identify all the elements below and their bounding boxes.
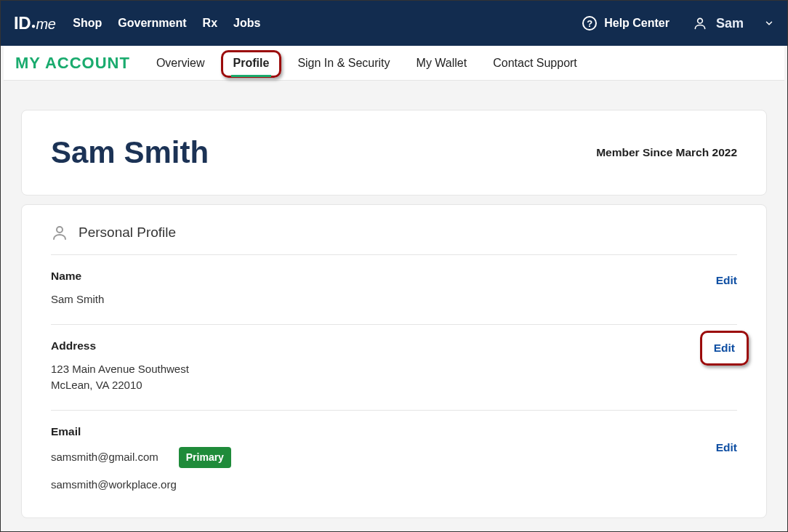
primary-badge: Primary [179, 447, 231, 468]
field-row-name: Name Sam Smith Edit [51, 255, 737, 325]
field-label-name: Name [51, 270, 716, 283]
page-title: Sam Smith [51, 135, 209, 170]
email-address-1: samsmith@workplace.org [51, 477, 177, 493]
field-value-address: 123 Main Avenue Southwest McLean, VA 220… [51, 361, 712, 394]
address-line1: 123 Main Avenue Southwest [51, 361, 712, 378]
subnav-title: MY ACCOUNT [15, 54, 130, 73]
help-icon: ? [582, 16, 597, 31]
field-value-email: samsmith@gmail.com Primary samsmith@work… [51, 447, 716, 493]
field-value-name: Sam Smith [51, 291, 716, 308]
nav-link-jobs[interactable]: Jobs [233, 17, 260, 30]
member-since: Member Since March 2022 [596, 146, 737, 159]
section-title: Personal Profile [79, 225, 176, 241]
tabs: Overview Profile Sign In & Security My W… [156, 46, 577, 80]
name-card: Sam Smith Member Since March 2022 [21, 110, 767, 196]
tab-contact-support[interactable]: Contact Support [493, 46, 577, 80]
edit-address-highlight: Edit [700, 331, 749, 366]
field-content-name: Name Sam Smith [51, 270, 716, 308]
page: Sam Smith Member Since March 2022 Person… [1, 81, 787, 518]
edit-name-link[interactable]: Edit [716, 274, 737, 287]
svg-point-0 [698, 18, 703, 23]
nav-link-government[interactable]: Government [118, 17, 186, 30]
user-name: Sam [716, 16, 744, 31]
user-icon [693, 16, 707, 31]
field-row-email: Email samsmith@gmail.com Primary samsmit… [51, 411, 737, 496]
address-line2: McLean, VA 22010 [51, 377, 712, 394]
nav-link-shop[interactable]: Shop [73, 17, 102, 30]
tab-profile[interactable]: Profile [231, 46, 272, 80]
sub-nav: MY ACCOUNT Overview Profile Sign In & Se… [4, 46, 784, 81]
field-row-address: Address 123 Main Avenue Southwest McLean… [51, 325, 737, 411]
help-center-label: Help Center [604, 17, 670, 30]
field-label-email: Email [51, 425, 716, 438]
field-content-email: Email samsmith@gmail.com Primary samsmit… [51, 425, 716, 493]
svg-point-1 [57, 227, 63, 233]
email-row-secondary: samsmith@workplace.org [51, 477, 716, 493]
top-nav: ID●me Shop Government Rx Jobs ? Help Cen… [1, 1, 787, 46]
nav-link-rx[interactable]: Rx [203, 17, 217, 30]
field-content-address: Address 123 Main Avenue Southwest McLean… [51, 339, 712, 394]
tab-overview[interactable]: Overview [156, 46, 205, 80]
field-label-address: Address [51, 339, 712, 352]
logo-dot: ● [31, 22, 36, 30]
edit-address-link[interactable]: Edit [714, 342, 735, 354]
tab-signin-security[interactable]: Sign In & Security [297, 46, 390, 80]
logo[interactable]: ID●me [14, 13, 55, 33]
user-menu[interactable]: Sam [693, 16, 774, 31]
chevron-down-icon [764, 18, 774, 28]
email-row-primary: samsmith@gmail.com Primary [51, 447, 716, 468]
profile-card: Personal Profile Name Sam Smith Edit Add… [21, 204, 767, 518]
person-icon [51, 224, 68, 241]
help-center-link[interactable]: ? Help Center [582, 16, 670, 31]
edit-email-link[interactable]: Edit [716, 441, 737, 454]
tab-profile-highlight: Profile [221, 50, 282, 78]
email-address-0: samsmith@gmail.com [51, 449, 158, 466]
tab-profile-label: Profile [233, 57, 270, 69]
section-header: Personal Profile [51, 224, 737, 255]
logo-me: me [36, 16, 56, 33]
logo-id: ID [14, 13, 31, 33]
tab-my-wallet[interactable]: My Wallet [417, 46, 467, 80]
top-nav-links: Shop Government Rx Jobs [73, 17, 260, 30]
